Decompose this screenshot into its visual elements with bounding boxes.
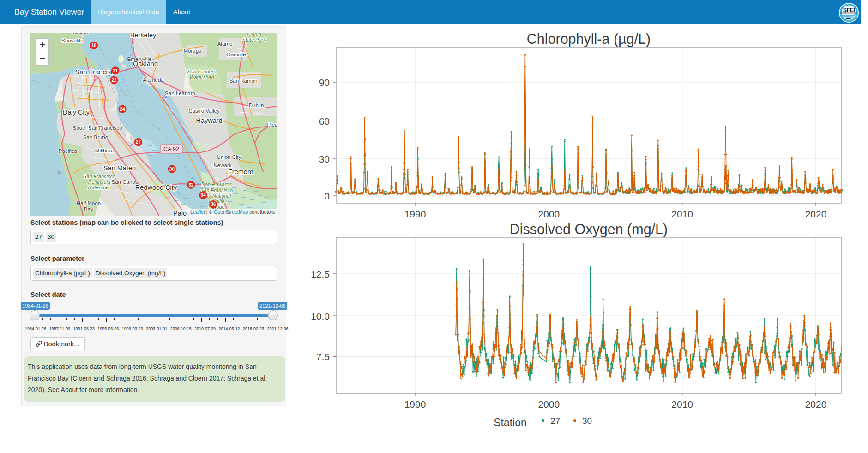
svg-text:2010: 2010 bbox=[671, 399, 693, 410]
svg-text:30: 30 bbox=[319, 154, 330, 164]
svg-text:South San Francisco: South San Francisco bbox=[73, 125, 122, 131]
svg-text:1990: 1990 bbox=[404, 399, 426, 410]
svg-text:Tiburon: Tiburon bbox=[72, 33, 90, 35]
svg-text:Watershed: Watershed bbox=[190, 74, 215, 80]
svg-text:Watershed: Watershed bbox=[87, 185, 112, 190]
svg-text:2010: 2010 bbox=[671, 209, 693, 219]
svg-text:10.0: 10.0 bbox=[311, 311, 330, 321]
svg-text:San Carlos: San Carlos bbox=[112, 179, 138, 185]
svg-text:Don Edwards: Don Edwards bbox=[201, 181, 232, 187]
svg-text:30: 30 bbox=[169, 167, 175, 172]
svg-text:San Bruno: San Bruno bbox=[83, 134, 108, 140]
svg-text:Diablo: Diablo bbox=[247, 33, 261, 37]
svg-text:CA 92: CA 92 bbox=[163, 146, 179, 152]
svg-text:Station: Station bbox=[494, 417, 527, 429]
svg-text:12.5: 12.5 bbox=[311, 269, 330, 279]
svg-text:Union City: Union City bbox=[217, 154, 241, 160]
svg-text:State Park: State Park bbox=[242, 37, 266, 42]
svg-text:27: 27 bbox=[550, 416, 560, 426]
svg-text:Danville: Danville bbox=[227, 52, 246, 57]
svg-text:27: 27 bbox=[136, 139, 141, 145]
svg-text:Castro Valley: Castro Valley bbox=[188, 108, 220, 114]
svg-text:1990: 1990 bbox=[404, 209, 426, 219]
svg-text:90: 90 bbox=[319, 77, 330, 88]
svg-text:Berkeley: Berkeley bbox=[130, 33, 157, 39]
svg-text:Bay: Bay bbox=[84, 206, 93, 212]
svg-text:22: 22 bbox=[111, 78, 117, 83]
svg-text:San Francisco: San Francisco bbox=[83, 174, 115, 179]
svg-text:Dublin: Dublin bbox=[249, 103, 264, 108]
svg-text:21: 21 bbox=[113, 68, 118, 73]
svg-text:7.5: 7.5 bbox=[316, 351, 330, 362]
svg-text:Daly City: Daly City bbox=[63, 109, 90, 116]
svg-text:Hayward: Hayward bbox=[196, 117, 222, 124]
svg-text:Sausalito: Sausalito bbox=[61, 38, 83, 43]
svg-text:Peninsula: Peninsula bbox=[88, 179, 110, 185]
svg-text:2000: 2000 bbox=[538, 209, 560, 219]
svg-text:60: 60 bbox=[319, 116, 330, 127]
svg-text:Redwood City: Redwood City bbox=[135, 184, 177, 191]
svg-text:San Mateo: San Mateo bbox=[103, 164, 136, 172]
svg-text:Fremont: Fremont bbox=[228, 168, 253, 175]
svg-text:24: 24 bbox=[120, 107, 125, 112]
svg-text:18: 18 bbox=[91, 43, 97, 48]
svg-text:Half Moon: Half Moon bbox=[77, 200, 101, 206]
svg-text:Newark: Newark bbox=[214, 163, 232, 168]
svg-text:SAN FRANCISCO ESTUARY: SAN FRANCISCO ESTUARY bbox=[840, 12, 858, 14]
svg-text:30: 30 bbox=[582, 416, 592, 426]
svg-text:36: 36 bbox=[211, 202, 216, 207]
svg-text:0: 0 bbox=[324, 191, 330, 201]
svg-text:2000: 2000 bbox=[538, 399, 560, 410]
svg-text:Alameda: Alameda bbox=[143, 77, 164, 83]
svg-text:Chlorophyll-a (µg/L): Chlorophyll-a (µg/L) bbox=[527, 31, 651, 47]
svg-text:San Ramon: San Ramon bbox=[229, 78, 258, 84]
svg-text:Dissolved Oxygen (mg/L): Dissolved Oxygen (mg/L) bbox=[510, 221, 668, 237]
svg-text:2020: 2020 bbox=[805, 399, 827, 410]
svg-text:San Francisco: San Francisco bbox=[75, 68, 118, 76]
svg-text:Millbrae: Millbrae bbox=[95, 148, 114, 153]
svg-text:Pacifica: Pacifica bbox=[59, 148, 78, 154]
svg-text:Alamo: Alamo bbox=[217, 41, 233, 47]
svg-text:San Leandro: San Leandro bbox=[187, 69, 217, 74]
svg-text:Moraga: Moraga bbox=[184, 48, 202, 54]
svg-text:34: 34 bbox=[200, 193, 206, 198]
svg-text:San Leandro: San Leandro bbox=[165, 91, 195, 96]
svg-text:32: 32 bbox=[188, 182, 194, 187]
svg-text:2020: 2020 bbox=[805, 209, 827, 219]
svg-text:Oakland: Oakland bbox=[133, 60, 158, 67]
svg-text:Pleas: Pleas bbox=[267, 122, 277, 127]
